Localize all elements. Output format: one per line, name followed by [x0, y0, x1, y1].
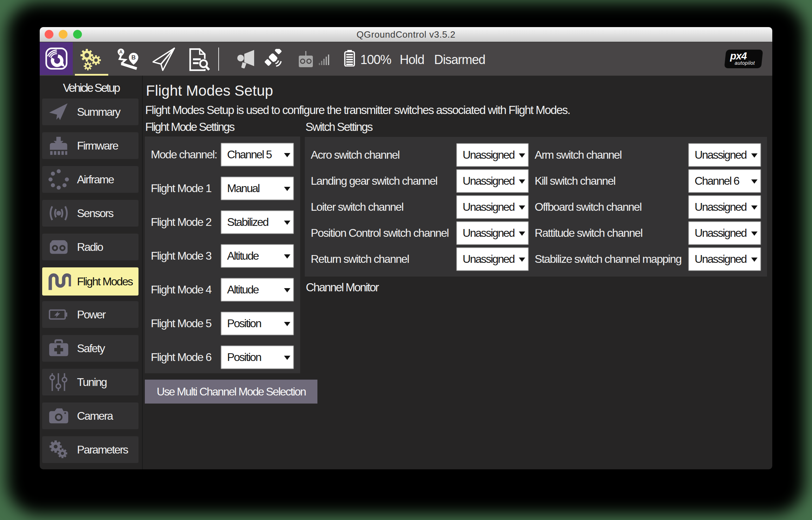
svg-text:A: A [119, 49, 123, 55]
svg-text:B: B [131, 54, 136, 61]
